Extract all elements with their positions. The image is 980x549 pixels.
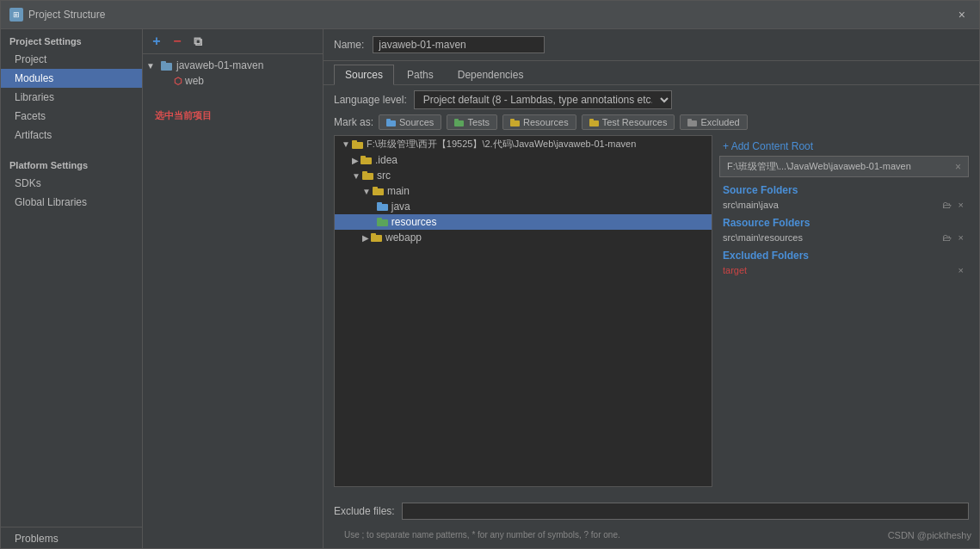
main-content: Project Settings Project Modules Librari… (1, 29, 979, 548)
sidebar-item-facets[interactable]: Facets (1, 107, 142, 126)
content-root-close[interactable]: × (955, 161, 961, 173)
sidebar-item-modules[interactable]: Modules (1, 69, 142, 88)
sidebar-item-sdks[interactable]: SDKs (1, 174, 142, 193)
sources-tab-content: Language level: Project default (8 - Lam… (324, 85, 979, 548)
mark-as-label: Mark as: (334, 116, 373, 128)
svg-rect-10 (687, 120, 697, 126)
sidebar-item-libraries[interactable]: Libraries (1, 88, 142, 107)
exclude-hint: Use ; to separate name patterns, * for a… (334, 528, 969, 543)
svg-rect-7 (510, 119, 515, 121)
svg-rect-14 (361, 157, 372, 164)
expand-arrow-root: ▼ (342, 139, 350, 149)
svg-rect-15 (361, 156, 366, 158)
main-label: main (387, 185, 410, 197)
excluded-remove-btn[interactable]: × (957, 265, 965, 275)
mark-as-test-resources-button[interactable]: Test Resources (582, 114, 675, 130)
resource-remove-btn[interactable]: × (957, 232, 965, 243)
sidebar-item-global-libraries[interactable]: Global Libraries (1, 193, 142, 212)
svg-rect-5 (454, 119, 459, 121)
tabs-bar: Sources Paths Dependencies (324, 61, 979, 85)
root-path-label: F:\班级管理\西开【19525】\2.代码\JavaWeb\javaweb-0… (367, 138, 636, 151)
copy-module-button[interactable]: ⧉ (189, 33, 206, 50)
svg-rect-22 (377, 219, 388, 226)
tab-dependencies[interactable]: Dependencies (447, 65, 535, 84)
svg-rect-16 (362, 173, 373, 180)
dialog-title: Project Structure (28, 9, 105, 21)
sidebar: Project Settings Project Modules Librari… (1, 29, 143, 548)
excluded-folders-title: Excluded Folders (719, 244, 969, 263)
remove-module-button[interactable]: − (169, 33, 186, 50)
mark-as-resources-button[interactable]: Resources (502, 114, 576, 130)
svg-rect-8 (589, 120, 599, 126)
exclude-files-input[interactable] (402, 503, 969, 520)
sidebar-item-project[interactable]: Project (1, 50, 142, 69)
file-tree-src[interactable]: ▼ src (335, 168, 712, 183)
watermark: CSDN @picktheshy (888, 530, 971, 540)
file-tree-webapp[interactable]: ▶ webapp (335, 230, 712, 245)
module-name-input[interactable] (373, 36, 545, 53)
title-bar-left: ⊞ Project Structure (9, 8, 105, 22)
excluded-path-text: target (723, 265, 747, 275)
mark-as-tests-button[interactable]: Tests (447, 114, 497, 130)
source-path-item: src\main\java 🗁 × (719, 198, 969, 212)
file-tree-java[interactable]: java (335, 199, 712, 214)
svg-rect-23 (377, 218, 382, 220)
file-tree-idea[interactable]: ▶ .idea (335, 152, 712, 168)
project-settings-label: Project Settings (1, 29, 142, 50)
expand-arrow-webapp: ▶ (362, 233, 369, 243)
source-folder-icon: 🗁 (940, 200, 953, 210)
module-header: Name: (324, 29, 979, 61)
content-roots-panel: + Add Content Root F:\班级管理\...\JavaWeb\j… (719, 135, 969, 494)
content-root-path-text: F:\班级管理\...\JavaWeb\javaweb-01-maven (727, 160, 911, 173)
svg-rect-19 (373, 187, 378, 189)
svg-rect-25 (371, 233, 376, 236)
add-module-button[interactable]: + (148, 33, 165, 50)
excluded-folder-icon (687, 118, 698, 126)
tree-panel: + − ⧉ ▼ javaweb-01-maven ⬡ web (143, 29, 324, 548)
tree-item-web[interactable]: ⬡ web (143, 73, 323, 89)
svg-rect-21 (377, 202, 382, 205)
name-label: Name: (334, 39, 364, 51)
source-path-text: src\main\java (723, 200, 779, 210)
tree-item-root[interactable]: ▼ javaweb-01-maven (143, 58, 323, 73)
file-tree-panel: ▼ F:\班级管理\西开【19525】\2.代码\JavaWeb\javaweb… (334, 135, 712, 487)
idea-folder-icon (361, 155, 373, 165)
source-remove-btn[interactable]: × (957, 200, 965, 210)
expand-arrow-idea: ▶ (352, 156, 359, 165)
web-icon: ⬡ (174, 76, 182, 87)
resource-path-item: src\main\resources 🗁 × (719, 231, 969, 244)
tab-sources[interactable]: Sources (334, 65, 394, 85)
excluded-path-item: target × (719, 263, 969, 277)
file-tree-root[interactable]: ▼ F:\班级管理\西开【19525】\2.代码\JavaWeb\javaweb… (335, 136, 712, 152)
sidebar-item-artifacts[interactable]: Artifacts (1, 126, 142, 145)
svg-rect-17 (362, 171, 367, 174)
root-folder-icon (352, 139, 364, 150)
idea-label: .idea (375, 154, 398, 166)
src-folder-icon (362, 170, 374, 181)
file-tree-main[interactable]: ▼ main (335, 183, 712, 199)
webapp-label: webapp (385, 231, 422, 244)
mark-as-excluded-button[interactable]: Excluded (680, 114, 747, 130)
mark-as-sources-button[interactable]: Sources (379, 114, 441, 130)
language-level-label: Language level: (334, 94, 407, 106)
source-path-actions: 🗁 × (940, 200, 965, 210)
expand-arrow-src: ▼ (352, 171, 361, 181)
expand-arrow-resources (373, 218, 375, 227)
annotation-text: 选中当前项目 (151, 106, 323, 126)
close-button[interactable]: × (953, 6, 971, 23)
tab-paths[interactable]: Paths (396, 65, 445, 84)
tree-toolbar: + − ⧉ (143, 29, 323, 54)
sidebar-item-problems[interactable]: Problems (1, 527, 142, 548)
exclude-files-row: Exclude files: (334, 499, 969, 523)
resource-folder-icon: 🗁 (940, 232, 953, 243)
module-icon (160, 60, 174, 71)
main-folder-icon (373, 186, 385, 196)
dialog-icon: ⊞ (9, 8, 23, 22)
add-content-root-button[interactable]: + Add Content Root (719, 139, 969, 154)
test-resources-folder-icon (589, 118, 600, 126)
content-root-path: F:\班级管理\...\JavaWeb\javaweb-01-maven × (719, 156, 969, 177)
svg-rect-20 (377, 204, 388, 211)
file-tree-resources[interactable]: resources (335, 214, 712, 230)
language-level-select[interactable]: Project default (8 - Lambdas, type annot… (414, 90, 672, 109)
resource-folders-title: Rasource Folders (719, 212, 969, 231)
